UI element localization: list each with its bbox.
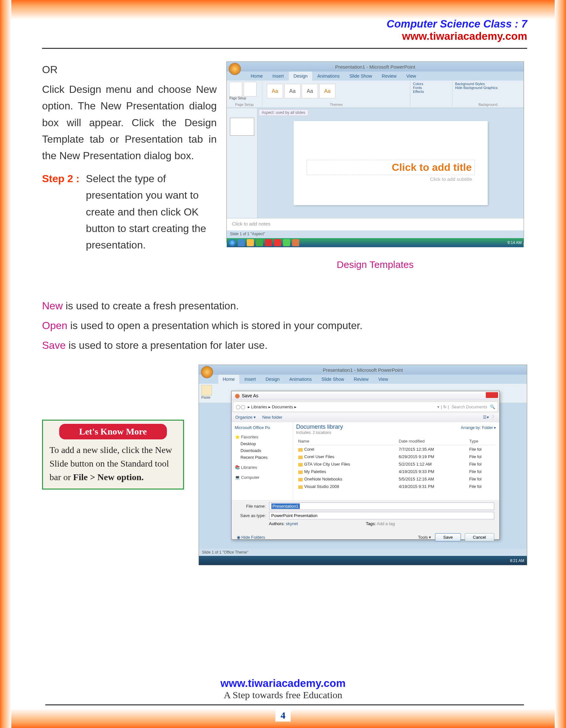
class-title: Computer Science Class : 7 <box>386 18 527 30</box>
taskbar-icon <box>292 239 299 246</box>
header-divider <box>42 48 527 49</box>
slide-subtitle-placeholder: Click to add subtitle <box>306 175 475 183</box>
know-more-text: To add a new slide, click the New Slide … <box>43 443 183 484</box>
taskbar-icon <box>265 239 272 246</box>
window-titlebar: Presentation1 - Microsoft PowerPoint <box>199 365 527 375</box>
file-table: NameDate modifiedType Corel7/7/2015 12:3… <box>296 437 496 491</box>
screenshot-save-as: Presentation1 - Microsoft PowerPoint Hom… <box>199 365 527 565</box>
or-label: OR <box>42 61 217 78</box>
dialog-titlebar: ⬤ Save As <box>232 391 499 400</box>
folder-icon <box>298 463 303 467</box>
tab-animations: Animations <box>284 375 316 384</box>
page-gradient-right <box>555 0 566 728</box>
arrange-by: Arrange by: Folder ▾ <box>461 424 496 437</box>
slide-panel <box>227 108 258 218</box>
table-row: OneNote Notebooks5/5/2015 12:16 AMFile f… <box>297 476 495 482</box>
authors-label: Authors: <box>269 521 284 526</box>
background-group-label: Background <box>455 103 521 106</box>
taskbar: 9:14 AM <box>227 238 524 247</box>
taskbar-icon <box>238 239 245 246</box>
tab-insert: Insert <box>240 375 261 384</box>
taskbar-icon <box>256 239 263 246</box>
authors-value: skynet <box>286 521 298 526</box>
new-term: New <box>42 300 63 312</box>
tab-animations: Animations <box>313 72 344 81</box>
table-row: Visual Studio 20084/19/2015 9:31 PMFile … <box>297 483 495 490</box>
tab-view: View <box>402 72 420 81</box>
tab-review: Review <box>377 72 401 81</box>
table-row: Corel7/7/2015 12:35 AMFile fol <box>297 446 495 453</box>
dialog-sidebar: Microsoft Office Po ⭐ Favorites Desktop … <box>232 422 293 500</box>
screenshot1-caption: Design Templates <box>227 259 524 270</box>
step2-text: Select the type of presentation you want… <box>86 171 217 253</box>
dialog-buttons: ◉ Hide Folders Tools ▾ Save Cancel <box>232 531 499 544</box>
col-date: Date modified <box>397 437 467 445</box>
themes-group-label: Themes <box>265 103 407 106</box>
footer-divider <box>45 704 524 705</box>
taskbar-clock: 8:21 AM <box>510 558 524 563</box>
sidebar-downloads: Downloads <box>235 447 289 454</box>
close-icon <box>486 392 498 398</box>
sidebar-msoffice: Microsoft Office Po <box>235 424 289 431</box>
save-term: Save <box>42 339 66 351</box>
library-title: Documents library <box>296 424 343 430</box>
window-title: Presentation1 - Microsoft PowerPoint <box>335 64 415 70</box>
tab-view: View <box>374 375 393 384</box>
tab-insert: Insert <box>268 72 288 81</box>
page-setup-group-label: Page Setup <box>229 103 260 106</box>
folder-icon <box>298 478 303 481</box>
theme-3: Aa <box>302 84 318 98</box>
savetype-input: PowerPoint Presentation <box>269 512 494 519</box>
footer-tagline: A Step towards free Education <box>0 689 566 700</box>
save-button: Save <box>435 533 461 541</box>
office-button-icon <box>201 366 213 378</box>
notes-pane: Click to add notes <box>227 218 524 230</box>
open-term: Open <box>42 320 67 331</box>
window-title: Presentation1 - Microsoft PowerPoint <box>323 367 403 373</box>
paste-button: Paste <box>202 385 212 402</box>
folder-icon <box>298 470 303 474</box>
tab-design: Design <box>261 375 284 384</box>
slide-editor: Aspect: used by all slides Click to add … <box>258 108 524 218</box>
slide-title-placeholder: Click to add title <box>306 160 475 175</box>
slide-canvas: Click to add title Click to add subtitle <box>294 121 488 205</box>
filename-input: Presentation1 <box>269 502 494 510</box>
taskbar-icon <box>274 239 281 246</box>
tab-slideshow: Slide Show <box>345 72 376 81</box>
slide-thumbnail <box>230 118 254 136</box>
dialog-toolbar: Organize ▾ New folder ☰▾ ❔ <box>232 413 499 422</box>
taskbar-clock: 9:14 AM <box>507 240 522 245</box>
page-header: Computer Science Class : 7 www.tiwariaca… <box>386 18 527 42</box>
ribbon-page-setup: Page Setup Page Setup <box>227 81 262 108</box>
tools-dropdown: Tools ▾ <box>418 535 431 540</box>
theme-4: Aa <box>319 84 335 98</box>
tab-review: Review <box>349 375 373 384</box>
hide-folders: Hide Folders <box>241 535 265 540</box>
definitions-block: New is used to create a fresh presentati… <box>42 296 527 355</box>
file-list-pane: Documents library Includes: 2 locations … <box>293 422 499 500</box>
theme-2: Aa <box>284 84 300 98</box>
ribbon-tabs: Home Insert Design Animations Slide Show… <box>227 72 524 81</box>
new-folder-button: New folder <box>262 415 283 421</box>
library-subtitle: Includes: 2 locations <box>296 430 343 435</box>
dialog-title: Save As <box>242 393 259 398</box>
header-url: www.tiwariacademy.com <box>386 30 527 42</box>
sidebar-libraries: Libraries <box>241 465 257 470</box>
table-row: My Palettes4/19/2015 9:33 PMFile fol <box>297 468 495 475</box>
search-placeholder: Search Documents <box>449 404 487 409</box>
breadcrumb: ▸ Libraries ▸ Documents ▸ <box>248 404 296 409</box>
table-row: GTA Vice City User Files5/2/2015 1:12 AM… <box>297 461 495 468</box>
filename-value: Presentation1 <box>272 503 300 509</box>
dialog-bottom: File name: Presentation1 Save as type: P… <box>232 500 499 531</box>
start-button-icon <box>229 239 236 246</box>
colors-option: Colors <box>413 82 449 86</box>
col-name: Name <box>297 437 397 445</box>
tab-slideshow: Slide Show <box>317 375 349 384</box>
page-setup-label: Page Setup <box>229 96 246 100</box>
bg-styles: Background Styles <box>455 82 521 86</box>
step2-label: Step 2 : <box>42 171 80 253</box>
status-bar: Slide 1 of 1 "Aspect" <box>227 230 524 238</box>
hide-bg: Hide Background Graphics <box>455 86 521 90</box>
breadcrumb-bar: ◯◯ ▸ Libraries ▸ Documents ▸ ▾ | ↻ | Sea… <box>233 402 498 412</box>
folder-icon <box>298 448 303 452</box>
